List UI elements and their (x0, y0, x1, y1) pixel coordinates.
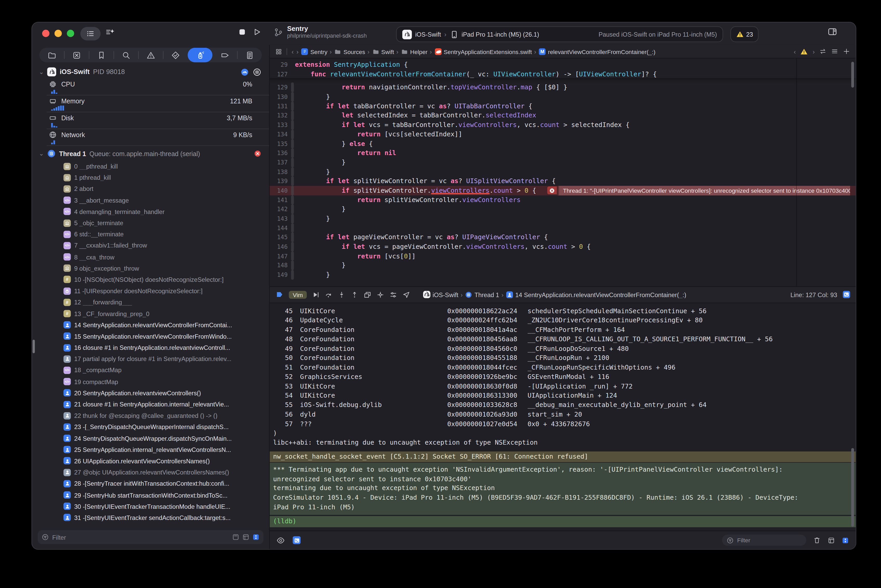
console-scrollbar[interactable] (851, 448, 854, 526)
forward-chevron-icon[interactable]: › (296, 48, 299, 55)
navigator-tab-debug[interactable] (188, 48, 212, 62)
code-line-142[interactable]: 142 } (270, 205, 856, 214)
continue-icon[interactable] (312, 291, 320, 298)
navigator-tab-folder[interactable] (39, 48, 64, 62)
hide-console-icon[interactable] (842, 537, 849, 544)
stack-frame-10[interactable]: #10 -[NSObject(NSObject) doesNotRecogniz… (32, 274, 269, 285)
stack-frame-30[interactable]: 30 -[SentryUIEventTrackerTransactionMode… (32, 501, 269, 512)
code-line-130[interactable]: 130 } (270, 92, 856, 102)
stack-frame-5[interactable]: 5 _objc_terminate (32, 218, 269, 229)
warnings-button[interactable]: 23 (731, 27, 759, 42)
code-line-140[interactable]: 140 if splitViewController.viewControlle… (270, 186, 856, 195)
related-items-icon[interactable] (275, 48, 282, 55)
step-out-icon[interactable] (350, 291, 358, 298)
stack-frame-12[interactable]: #12 ___forwarding___ (32, 297, 269, 308)
view-hierarchy-icon[interactable] (364, 291, 371, 298)
thread-row[interactable]: ⌄ Thread 1 Queue: com.apple.main-thread … (32, 146, 269, 159)
stack-frame-15[interactable]: 15 SentryApplication.relevantViewControl… (32, 331, 269, 342)
minimize-window-button[interactable] (54, 30, 62, 37)
filter-input[interactable]: Filter (38, 530, 263, 544)
breakpoints-toggle-icon[interactable] (275, 290, 284, 298)
flatten-list-icon[interactable] (232, 534, 239, 541)
code-line-29[interactable]: 29extension SentryApplication { (270, 60, 856, 69)
adjust-editor-icon[interactable] (831, 48, 838, 55)
debug-crumb-2[interactable]: Thread 1› (465, 291, 504, 298)
stack-frame-19[interactable]: </>19 compactMap (32, 376, 269, 387)
stack-frame-6[interactable]: </>6 std::__terminate (32, 228, 269, 240)
code-line-148[interactable]: 148 } (270, 261, 856, 270)
stack-frame-17[interactable]: 17 partial apply for closure #1 in Sentr… (32, 353, 269, 364)
code-line-147[interactable]: 147 return [vcs[0]] (270, 251, 856, 261)
stack-frame-8[interactable]: </>8 __cxa_throw (32, 251, 269, 262)
code-line-143[interactable]: 143 } (270, 214, 856, 224)
code-line-136[interactable]: 136 return nil (270, 148, 856, 158)
step-over-icon[interactable] (325, 291, 332, 298)
stack-frame-14[interactable]: 14 SentryApplication.relevantViewControl… (32, 319, 269, 331)
step-into-icon[interactable] (338, 291, 345, 298)
code-line-135[interactable]: 135 } else { (270, 139, 856, 148)
breadcrumb-2[interactable]: Sources› (334, 48, 369, 55)
stack-frame-26[interactable]: 26 UIApplication.relevantViewControllers… (32, 455, 269, 467)
code-line-149[interactable]: 149 } (270, 270, 856, 279)
scheme-selector[interactable]: iOS-Swift › iPad Pro 11-inch (M5) (26.1)… (396, 27, 723, 42)
run-button[interactable] (253, 27, 262, 37)
source-editor[interactable]: 29extension SentryApplication {127 func … (270, 58, 856, 286)
stack-frame-2[interactable]: 2 abort (32, 183, 269, 195)
gauge-rings-icon[interactable] (253, 68, 261, 76)
code-line-134[interactable]: 134 return [vcs[selectedIndex]] (270, 130, 856, 139)
disclosure-chevron-icon[interactable]: ⌄ (39, 150, 44, 157)
navigator-tab-bookmark[interactable] (89, 48, 114, 62)
code-line-138[interactable]: 138 } (270, 167, 856, 176)
environment-overrides-icon[interactable] (389, 291, 397, 298)
quicklook-eye-icon[interactable] (277, 536, 285, 544)
breadcrumb-1[interactable]: Sentry› (301, 48, 332, 55)
prev-issue-chevron-icon[interactable]: ‹ (794, 48, 796, 55)
runtime-error-banner[interactable]: Thread 1: "-[UIPrintPanelViewController … (558, 186, 850, 195)
breadcrumb-4[interactable]: Helper› (401, 48, 432, 55)
process-row[interactable]: ⌄ iOS-Swift PID 98018 (32, 64, 269, 79)
debug-crumb-1[interactable]: iOS-Swift› (423, 291, 463, 298)
disclosure-chevron-icon[interactable]: ⌄ (39, 68, 44, 76)
stack-frame-21[interactable]: 21 closure #1 in SentryApplication.inter… (32, 399, 269, 410)
stack-frame-18[interactable]: </>18 _compactMap (32, 364, 269, 376)
stack-frame-9[interactable]: 9 objc_exception_throw (32, 262, 269, 274)
memory-graph-icon[interactable] (376, 291, 384, 298)
stack-frame-1[interactable]: 1 pthread_kill (32, 172, 269, 183)
breadcrumb-5[interactable]: SentryApplicationExtensions.swift› (435, 48, 537, 55)
debug-crumb-3[interactable]: 14 SentryApplication.relevantViewControl… (506, 291, 686, 298)
navigator-tab-report[interactable] (237, 48, 262, 62)
close-window-button[interactable] (42, 30, 50, 37)
zoom-window-button[interactable] (67, 30, 74, 37)
gauge-row-memory[interactable]: Memory121 MB (32, 96, 269, 112)
stack-frame-3[interactable]: </>3 __abort_message (32, 195, 269, 206)
back-chevron-icon[interactable]: ‹ (292, 48, 294, 55)
code-line-141[interactable]: 141 return splitViewController.viewContr… (270, 195, 856, 205)
code-line-144[interactable]: 144 (270, 224, 856, 233)
code-line-131[interactable]: 131 if let tabBarController = vc as? UIT… (270, 102, 856, 111)
show-crashed-icon[interactable] (242, 534, 250, 541)
breadcrumb-6[interactable]: MrelevantViewControllerFromContainer(_:) (539, 48, 655, 55)
stack-frame-20[interactable]: 20 SentryApplication.relevantviewControl… (32, 387, 269, 399)
add-editor-icon[interactable] (843, 48, 850, 55)
console-filter-input[interactable]: Filter (722, 534, 806, 546)
simulate-location-icon[interactable] (402, 291, 410, 298)
window-edge-handle[interactable] (33, 340, 35, 353)
code-line-139[interactable]: 139 if let splitViewController = vc as? … (270, 176, 856, 186)
debugger-output-icon[interactable] (293, 536, 301, 544)
code-line-129[interactable]: 129 return navigationController.topViewC… (270, 83, 856, 92)
stack-frame-13[interactable]: #13 _CF_forwarding_prep_0 (32, 308, 269, 320)
stop-button[interactable] (238, 27, 247, 37)
gauge-row-disk[interactable]: Disk3,7 MB/s (32, 112, 269, 129)
code-line-145[interactable]: 145 if let pageViewController = vc as? U… (270, 233, 856, 242)
code-line-132[interactable]: 132 let selectedIndex = tabBarController… (270, 111, 856, 120)
navigator-tab-tag[interactable] (212, 48, 237, 62)
stack-frame-29[interactable]: 29 -[SentryHub startTransactionWithConte… (32, 489, 269, 501)
scheme-name[interactable]: iOS-Swift (415, 31, 441, 38)
code-line-133[interactable]: 133 if let vcs = tabBarController.viewCo… (270, 120, 856, 130)
vim-mode-badge[interactable]: Vim (289, 291, 307, 298)
stack-frame-22[interactable]: 22 thunk for @escaping @callee_guarantee… (32, 410, 269, 422)
stack-frame-4[interactable]: </>4 demangling_terminate_handler (32, 206, 269, 218)
stack-frame-23[interactable]: 23 -[_SentryDispatchQueueWrapperInternal… (32, 421, 269, 433)
code-line-137[interactable]: 137 } (270, 158, 856, 167)
next-issue-chevron-icon[interactable]: › (813, 48, 815, 55)
